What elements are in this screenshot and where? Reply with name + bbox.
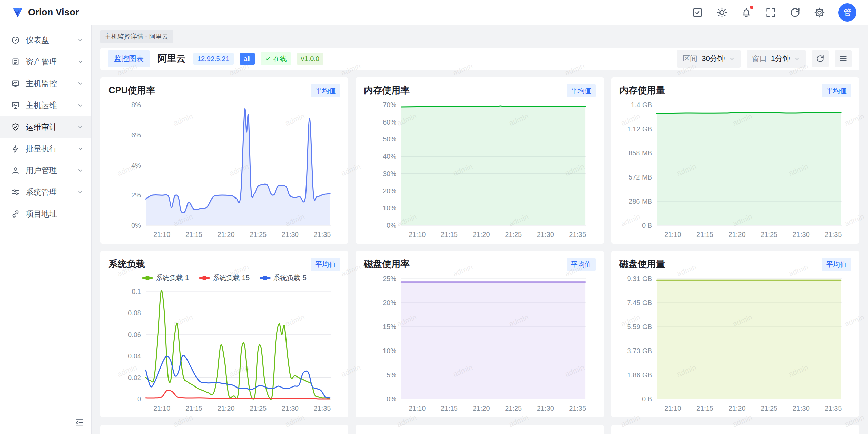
notifications-icon[interactable] (741, 7, 752, 18)
disk-usage-amount-chart[interactable]: 0 B1.86 GB3.73 GB5.59 GB7.45 GB9.31 GB21… (619, 272, 851, 415)
main-content: 主机监控详情 - 阿里云 监控图表 阿里云 12.92.5.21 ali 在线 … (92, 25, 868, 434)
svg-text:21:15: 21:15 (185, 404, 202, 412)
svg-text:4%: 4% (131, 162, 141, 169)
chevron-down-icon (77, 189, 84, 195)
chart-card-stub (611, 425, 859, 434)
svg-text:286 MB: 286 MB (629, 197, 652, 205)
chart-title: 系统负载 (108, 258, 145, 270)
average-badge[interactable]: 平均值 (311, 258, 340, 271)
chart-grid: CPU使用率 平均值 0%2%4%6%8%21:1021:1521:2021:2… (100, 77, 859, 417)
theme-icon[interactable] (716, 7, 728, 18)
chevron-down-icon (77, 58, 84, 65)
chevron-down-icon (77, 37, 84, 43)
legend-item[interactable]: 系统负载-5 (260, 273, 307, 282)
orion-visor-logo[interactable]: Orion Visor (12, 6, 79, 19)
host-monitor-icon (11, 79, 20, 88)
average-badge[interactable]: 平均值 (567, 84, 596, 97)
user-avatar[interactable]: 管 (838, 3, 856, 22)
memory-usage-rate-card: 内存使用率 平均值 0%10%20%30%40%50%60%70%21:1021… (356, 77, 604, 244)
disk-usage-rate-chart[interactable]: 0%5%10%15%20%25%21:1021:1521:2021:2521:3… (364, 272, 595, 415)
svg-text:21:10: 21:10 (664, 231, 681, 238)
agent-version-tag: v1.0.0 (297, 53, 323, 65)
legend-item[interactable]: 系统负载-15 (199, 273, 250, 282)
host-status-tag: 在线 (261, 52, 291, 65)
svg-text:21:10: 21:10 (664, 404, 681, 412)
average-badge[interactable]: 平均值 (567, 258, 596, 271)
svg-text:0.06: 0.06 (128, 331, 141, 338)
chart-card-stub (100, 425, 348, 434)
svg-text:21:30: 21:30 (792, 231, 809, 238)
refresh-charts-button[interactable] (812, 50, 829, 67)
chevron-down-icon (77, 167, 84, 174)
sidebar-item-project-link[interactable]: 项目地址 (0, 203, 91, 225)
svg-text:21:20: 21:20 (218, 404, 235, 412)
host-ops-icon (11, 101, 20, 110)
svg-text:7.45 GB: 7.45 GB (627, 299, 652, 306)
svg-text:10%: 10% (383, 204, 396, 212)
svg-text:0%: 0% (131, 222, 141, 229)
interval-select[interactable]: 区间 30分钟 (677, 50, 740, 68)
sidebar-item-ops-audit[interactable]: 运维审计 (0, 116, 91, 138)
svg-text:21:20: 21:20 (728, 231, 745, 238)
svg-text:21:30: 21:30 (792, 404, 809, 412)
sidebar-item-label: 主机监控 (26, 78, 57, 89)
fullscreen-icon[interactable] (765, 7, 776, 18)
chart-title: 内存使用率 (364, 84, 410, 96)
svg-text:6%: 6% (131, 131, 141, 139)
svg-text:21:25: 21:25 (761, 404, 777, 412)
svg-text:15%: 15% (383, 323, 396, 331)
svg-text:21:25: 21:25 (250, 404, 267, 412)
svg-text:10%: 10% (383, 347, 396, 355)
svg-text:3.73 GB: 3.73 GB (627, 347, 652, 355)
refresh-icon[interactable] (789, 7, 801, 18)
sidebar-item-label: 运维审计 (26, 122, 57, 132)
sidebar-item-dashboard[interactable]: 仪表盘 (0, 29, 91, 51)
system-load-chart[interactable]: 00.020.040.060.080.121:1021:1521:2021:25… (108, 272, 340, 415)
chart-list-button[interactable] (835, 50, 852, 67)
monitor-chart-button[interactable]: 监控图表 (108, 50, 150, 67)
average-badge[interactable]: 平均值 (822, 258, 851, 271)
svg-text:0%: 0% (387, 222, 396, 229)
chart-card-stub (356, 425, 604, 434)
svg-text:1.86 GB: 1.86 GB (627, 371, 652, 379)
memory-usage-rate-chart[interactable]: 0%10%20%30%40%50%60%70%21:1021:1521:2021… (364, 98, 595, 241)
sidebar-item-label: 用户管理 (26, 165, 57, 176)
average-badge[interactable]: 平均值 (311, 84, 340, 97)
breadcrumb-item[interactable]: 主机监控详情 - 阿里云 (100, 30, 173, 43)
legend-item[interactable]: 系统负载-1 (142, 273, 189, 282)
svg-text:0.04: 0.04 (128, 352, 141, 360)
svg-text:21:35: 21:35 (314, 231, 331, 238)
svg-text:1.4 GB: 1.4 GB (631, 101, 652, 109)
svg-text:2%: 2% (131, 191, 141, 199)
memory-usage-amount-card: 内存使用量 平均值 0 B286 MB572 MB858 MB1.12 GB1.… (611, 77, 859, 244)
sidebar-item-host-ops[interactable]: 主机运维 (0, 94, 91, 116)
host-code-tag: ali (240, 53, 255, 65)
check-icon (265, 56, 271, 62)
sidebar-item-host-monitor[interactable]: 主机监控 (0, 73, 91, 94)
audit-shield-icon (11, 122, 20, 132)
average-badge[interactable]: 平均值 (822, 84, 851, 97)
cpu-usage-card: CPU使用率 平均值 0%2%4%6%8%21:1021:1521:2021:2… (100, 77, 348, 244)
svg-text:858 MB: 858 MB (629, 149, 652, 157)
chevron-down-icon (729, 56, 735, 62)
sidebar-item-label: 资产管理 (26, 57, 57, 67)
cpu-usage-chart[interactable]: 0%2%4%6%8%21:1021:1521:2021:2521:3021:35 (108, 98, 340, 241)
asset-icon (11, 57, 20, 67)
host-toolbar: 监控图表 阿里云 12.92.5.21 ali 在线 v1.0.0 区间 30分… (100, 48, 859, 70)
svg-text:70%: 70% (383, 101, 396, 109)
svg-text:21:25: 21:25 (505, 404, 522, 412)
sidebar-item-users[interactable]: 用户管理 (0, 159, 91, 181)
disk-usage-amount-card: 磁盘使用量 平均值 0 B1.86 GB3.73 GB5.59 GB7.45 G… (611, 251, 859, 417)
collapse-sidebar-icon[interactable] (74, 418, 84, 428)
sidebar-item-batch-exec[interactable]: 批量执行 (0, 138, 91, 159)
svg-text:21:35: 21:35 (569, 231, 586, 238)
sidebar-item-assets[interactable]: 资产管理 (0, 51, 91, 73)
svg-text:20%: 20% (383, 187, 396, 195)
settings-icon[interactable] (814, 7, 825, 18)
svg-text:21:25: 21:25 (250, 231, 267, 238)
sidebar-item-system[interactable]: 系统管理 (0, 181, 91, 203)
todo-icon[interactable] (692, 7, 703, 18)
window-select[interactable]: 窗口 1分钟 (747, 50, 806, 68)
memory-usage-amount-chart[interactable]: 0 B286 MB572 MB858 MB1.12 GB1.4 GB21:102… (619, 98, 851, 241)
svg-text:20%: 20% (383, 299, 396, 306)
